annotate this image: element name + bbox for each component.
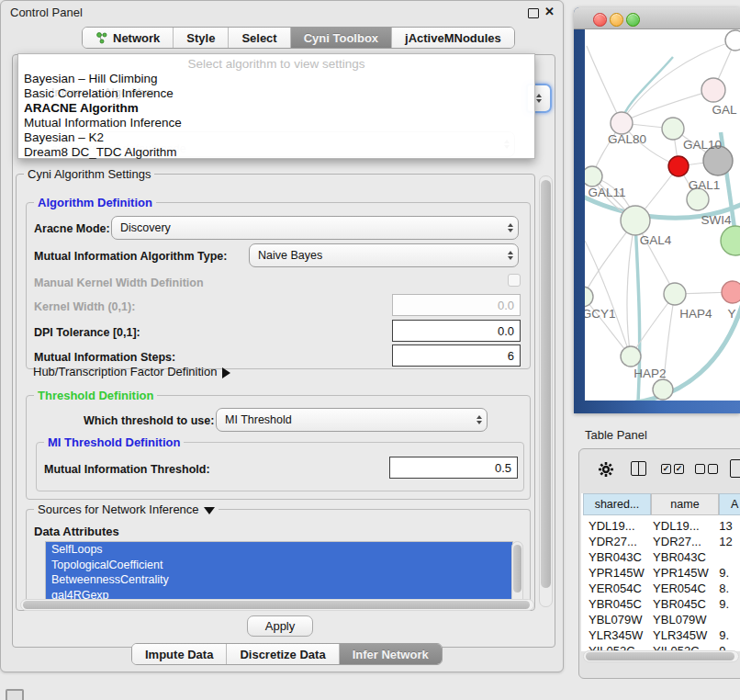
cell: YDL19... <box>581 519 649 535</box>
table-row[interactable]: YPR145WYPR145W9. <box>581 566 740 581</box>
apply-button[interactable]: Apply <box>247 615 313 637</box>
menu-item-bayesian-hill-climbing[interactable]: Bayesian – Hill Climbing <box>24 72 158 85</box>
mi-threshold-group: MI Threshold Definition Mutual Informati… <box>36 442 524 491</box>
control-panel-title: Control Panel <box>1 1 563 25</box>
gear-icon[interactable] <box>598 461 614 478</box>
node[interactable] <box>653 379 673 400</box>
float-window-icon[interactable] <box>528 8 539 18</box>
minimized-panel-icon[interactable] <box>6 689 24 700</box>
settings-horizontal-scrollbar[interactable] <box>20 599 534 611</box>
table-toolbar: ✓ ✓ <box>579 449 740 490</box>
list-item[interactable]: BetweennessCentrality <box>46 572 512 588</box>
node-hap4[interactable] <box>664 283 686 305</box>
unchecked-box-icon[interactable] <box>695 464 705 474</box>
scrollbar-thumb[interactable] <box>513 545 521 593</box>
column-header-partial[interactable]: A <box>719 493 740 515</box>
table-horizontal-scrollbar[interactable] <box>583 650 739 662</box>
scrollbar-thumb[interactable] <box>586 652 734 660</box>
edge <box>627 220 635 356</box>
control-panel-window: Control Panel ✕ Network Style Select Cyn… <box>0 0 564 672</box>
edge <box>585 297 631 356</box>
mi-type-select[interactable]: Naive Bayes <box>249 243 519 267</box>
hub-definition-expander[interactable]: Hub/Transcription Factor Definition <box>33 365 230 378</box>
expand-right-icon <box>222 367 230 378</box>
algorithm-definition-title: Algorithm Definition <box>34 196 156 209</box>
menu-item-aracne[interactable]: ARACNE Algorithm <box>24 101 139 115</box>
sources-title-label: Sources for Network Inference <box>38 502 199 516</box>
node-green[interactable] <box>721 226 740 255</box>
control-panel-tabbar: Network Style Select Cyni Toolbox jActiv… <box>82 27 515 49</box>
menu-item-bayesian-k2[interactable]: Bayesian – K2 <box>24 130 104 144</box>
tab-jactivemnodules[interactable]: jActiveMNodules <box>392 28 514 48</box>
close-traffic-light[interactable] <box>593 13 607 27</box>
sources-title[interactable]: Sources for Network Inference <box>34 502 219 516</box>
list-item[interactable]: SelfLoops <box>46 542 512 558</box>
node-gal4[interactable] <box>621 206 650 235</box>
document-icon[interactable] <box>730 459 740 478</box>
menu-item-basic-correlation[interactable]: Basic Correlation Inference <box>24 86 174 100</box>
aracne-mode-select[interactable]: Discovery <box>111 216 519 240</box>
node[interactable] <box>725 30 740 51</box>
network-canvas[interactable]: GAL GAL80 GAL10 GAL1 GAL11 SWI4 GAL4 GCY… <box>585 29 740 401</box>
table-row[interactable]: YDL19...YDL19...13 <box>581 519 740 535</box>
tab-style[interactable]: Style <box>174 28 229 48</box>
table-row[interactable]: YER054CYER054C8. <box>581 581 740 597</box>
node-gcy1[interactable] <box>585 287 593 307</box>
minimize-traffic-light[interactable] <box>610 13 623 27</box>
which-threshold-select[interactable]: MI Threshold <box>216 408 488 432</box>
table-row[interactable]: YBL079WYBL079W <box>581 613 740 628</box>
list-item[interactable]: TopologicalCoefficient <box>46 558 512 573</box>
cell: 9. <box>713 566 740 581</box>
node-gal11[interactable] <box>585 166 602 186</box>
network-graph: GAL GAL80 GAL10 GAL1 GAL11 SWI4 GAL4 GCY… <box>585 29 740 401</box>
node-label: SWI4 <box>701 213 731 227</box>
checked-box-icon[interactable]: ✓ <box>661 464 671 474</box>
tab-label: Discretize Data <box>240 648 325 661</box>
menu-item-mutual-information[interactable]: Mutual Information Inference <box>24 116 182 130</box>
mi-threshold-field[interactable]: 0.5 <box>389 457 518 479</box>
tab-discretize-data[interactable]: Discretize Data <box>227 644 339 664</box>
tab-infer-network[interactable]: Infer Network <box>340 644 442 664</box>
tab-select[interactable]: Select <box>229 28 290 48</box>
table-row[interactable]: YBR043CYBR043C <box>581 550 740 566</box>
node-table: shared... name A YDL19...YDL19...13 YDR2… <box>581 493 740 651</box>
mi-steps-field[interactable]: 6 <box>392 344 521 367</box>
column-header-name[interactable]: name <box>651 493 719 515</box>
mi-type-value: Naive Bayes <box>250 249 503 262</box>
node-salmon[interactable] <box>722 281 740 303</box>
node-hap2[interactable] <box>621 346 641 367</box>
table-row[interactable]: YDR27...YDR27...12 <box>581 535 740 550</box>
attributes-vertical-scrollbar[interactable] <box>511 541 523 607</box>
split-columns-icon[interactable] <box>631 461 646 476</box>
node-gal1[interactable] <box>668 156 689 176</box>
mi-type-label: Mutual Information Algorithm Type: <box>34 250 227 263</box>
dpi-tolerance-field[interactable]: 0.0 <box>392 320 521 342</box>
manual-kernel-checkbox[interactable] <box>508 274 521 287</box>
checked-box-icon[interactable]: ✓ <box>674 464 684 474</box>
cell: 13 <box>713 519 740 535</box>
scrollbar-thumb[interactable] <box>541 180 551 588</box>
menu-item-dream8[interactable]: Dream8 DC_TDC Algorithm <box>24 145 177 159</box>
table-row[interactable]: YLR345WYLR345W9. <box>581 628 740 644</box>
table-row[interactable]: YBR045CYBR045C9. <box>581 597 740 613</box>
combo-stepper-icon <box>503 251 518 260</box>
data-attributes-list[interactable]: SelfLoops TopologicalCoefficient Between… <box>45 541 513 607</box>
tab-cyni-toolbox[interactable]: Cyni Toolbox <box>291 28 392 48</box>
edge <box>587 46 622 123</box>
table-panel-window: ✓ ✓ shared... name A YDL19...YDL19...13 … <box>578 448 740 679</box>
column-header-shared-name[interactable]: shared... <box>583 493 651 515</box>
node-gal-partial[interactable] <box>701 78 725 102</box>
maximize-traffic-light[interactable] <box>626 13 640 27</box>
close-icon[interactable]: ✕ <box>544 5 555 18</box>
cell: YLR345W <box>649 628 713 644</box>
node-gal10[interactable] <box>662 118 684 140</box>
node-gal80[interactable] <box>611 112 633 134</box>
tab-impute-data[interactable]: Impute Data <box>132 644 227 664</box>
cell: YBL079W <box>581 613 649 628</box>
tab-network[interactable]: Network <box>83 28 174 48</box>
unchecked-box-icon[interactable] <box>708 464 718 474</box>
settings-vertical-scrollbar[interactable] <box>539 175 553 607</box>
scrollbar-thumb[interactable] <box>23 601 530 609</box>
mi-steps-label: Mutual Information Steps: <box>34 351 175 364</box>
kernel-width-field[interactable]: 0.0 <box>392 294 521 316</box>
